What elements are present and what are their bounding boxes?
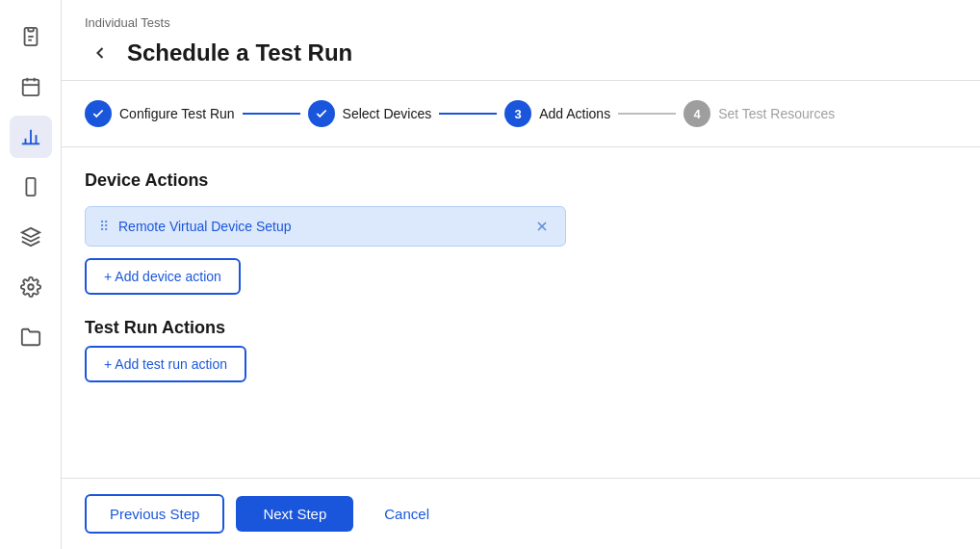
sidebar-item-clipboard[interactable] [10, 15, 52, 58]
action-item-left: ⠿ Remote Virtual Device Setup [99, 219, 292, 234]
svg-rect-11 [26, 178, 35, 196]
sidebar-item-layers[interactable] [10, 216, 52, 258]
step-connector-2 [439, 113, 497, 115]
page-title: Schedule a Test Run [127, 39, 352, 66]
calendar-icon [20, 76, 41, 97]
header: Individual Tests Schedule a Test Run [62, 0, 980, 81]
steps-container: Configure Test Run Select Devices 3 Add … [62, 81, 980, 147]
settings-icon [20, 276, 41, 298]
remove-device-action-button[interactable] [532, 217, 552, 236]
drag-handle-icon[interactable]: ⠿ [99, 219, 109, 234]
folder-icon [20, 327, 41, 348]
add-test-run-action-button[interactable]: + Add test run action [85, 346, 246, 382]
footer: Previous Step Next Step Cancel [62, 478, 980, 549]
device-action-item: ⠿ Remote Virtual Device Setup [85, 206, 566, 247]
test-run-actions-title: Test Run Actions [85, 318, 957, 338]
sidebar-item-chart[interactable] [10, 116, 52, 158]
sidebar-item-settings[interactable] [10, 266, 52, 308]
step-label-add-actions: Add Actions [539, 106, 610, 121]
device-actions-title: Device Actions [85, 170, 957, 191]
back-button[interactable] [85, 38, 116, 68]
cancel-button[interactable]: Cancel [365, 496, 449, 532]
breadcrumb: Individual Tests [85, 15, 957, 30]
sidebar [0, 0, 62, 549]
layers-icon [20, 226, 41, 248]
main-content: Individual Tests Schedule a Test Run Con… [62, 0, 980, 549]
previous-step-button[interactable]: Previous Step [85, 494, 224, 534]
sidebar-item-folder[interactable] [10, 316, 52, 358]
clipboard-icon [20, 26, 41, 47]
step-connector-3 [618, 113, 676, 115]
device-action-label: Remote Virtual Device Setup [118, 219, 292, 234]
next-step-button[interactable]: Next Step [236, 496, 353, 532]
step-label-set-resources: Set Test Resources [718, 106, 835, 121]
step-circle-set-resources: 4 [683, 100, 710, 127]
svg-marker-13 [21, 228, 39, 237]
chart-icon [20, 126, 41, 147]
step-select-devices: Select Devices [308, 100, 432, 127]
step-label-configure: Configure Test Run [119, 106, 235, 121]
content-area: Device Actions ⠿ Remote Virtual Device S… [62, 147, 980, 478]
mobile-icon [20, 176, 41, 197]
step-circle-select-devices [308, 100, 335, 127]
close-icon [534, 219, 550, 234]
svg-point-14 [28, 284, 34, 290]
step-connector-1 [243, 113, 300, 115]
sidebar-item-calendar[interactable] [10, 65, 52, 108]
step-circle-configure [85, 100, 112, 127]
step-set-resources: 4 Set Test Resources [683, 100, 835, 127]
step-configure: Configure Test Run [85, 100, 235, 127]
add-device-action-button[interactable]: + Add device action [85, 258, 241, 295]
sidebar-item-mobile[interactable] [10, 166, 52, 208]
step-add-actions: 3 Add Actions [504, 100, 610, 127]
step-circle-add-actions: 3 [504, 100, 531, 127]
step-label-select-devices: Select Devices [343, 106, 432, 121]
back-arrow-icon [90, 43, 110, 63]
svg-rect-0 [28, 28, 34, 32]
svg-rect-3 [22, 80, 39, 96]
